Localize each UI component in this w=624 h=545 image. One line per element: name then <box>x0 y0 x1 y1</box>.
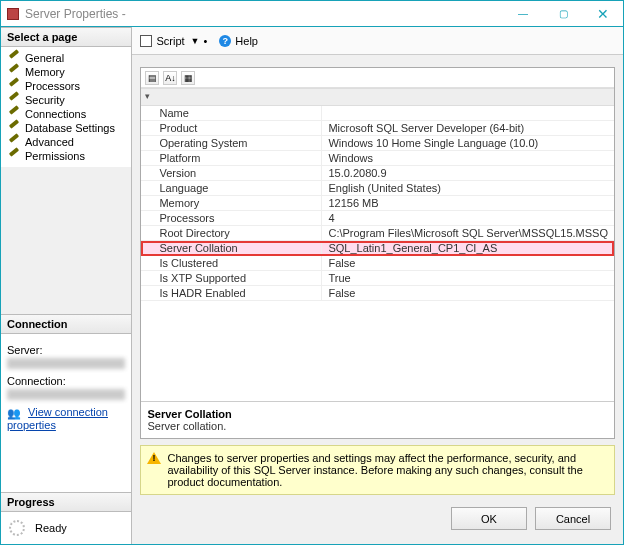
toolbar-separator: • <box>203 35 207 47</box>
property-value: Microsoft SQL Server Developer (64-bit) <box>321 121 614 135</box>
property-value: C:\Program Files\Microsoft SQL Server\MS… <box>321 226 614 240</box>
ok-button[interactable]: OK <box>451 507 527 530</box>
nav-item-processors[interactable]: Processors <box>5 79 127 93</box>
property-row[interactable]: Is HADR EnabledFalse <box>141 286 614 301</box>
maximize-button[interactable]: ▢ <box>543 1 583 27</box>
connection-value <box>7 389 125 400</box>
property-row[interactable]: Is ClusteredFalse <box>141 256 614 271</box>
property-value: Windows <box>321 151 614 165</box>
view-connection-properties-link[interactable]: View connection properties <box>7 406 108 431</box>
description-pane: Server Collation Server collation. <box>141 401 614 438</box>
script-icon <box>140 35 152 47</box>
property-key: Language <box>141 181 321 195</box>
property-key: Processors <box>141 211 321 225</box>
property-key: Is Clustered <box>141 256 321 270</box>
app-icon <box>7 8 19 20</box>
help-icon: ? <box>219 35 231 47</box>
server-label: Server: <box>7 344 125 356</box>
property-key: Root Directory <box>141 226 321 240</box>
connection-header: Connection <box>1 314 131 334</box>
property-grid[interactable]: NameProductMicrosoft SQL Server Develope… <box>141 88 614 401</box>
nav-item-label: Advanced <box>25 136 74 148</box>
property-value: 15.0.2080.9 <box>321 166 614 180</box>
title-bar: Server Properties - — ▢ ✕ <box>1 1 623 27</box>
property-row[interactable]: Processors4 <box>141 211 614 226</box>
property-value <box>321 106 614 120</box>
toolbar: Script ▼ • ? Help <box>132 27 623 55</box>
property-row[interactable]: Version15.0.2080.9 <box>141 166 614 181</box>
progress-status: Ready <box>35 522 67 534</box>
property-key: Platform <box>141 151 321 165</box>
property-key: Server Collation <box>141 241 321 255</box>
property-value: False <box>321 256 614 270</box>
wrench-icon <box>9 122 21 134</box>
wrench-icon <box>9 136 21 148</box>
property-row[interactable]: Is XTP SupportedTrue <box>141 271 614 286</box>
property-row[interactable]: Server CollationSQL_Latin1_General_CP1_C… <box>141 241 614 256</box>
nav-item-label: General <box>25 52 64 64</box>
property-category[interactable] <box>141 88 614 106</box>
nav-item-security[interactable]: Security <box>5 93 127 107</box>
server-value <box>7 358 125 369</box>
minimize-button[interactable]: — <box>503 1 543 27</box>
script-button[interactable]: Script <box>156 35 184 47</box>
nav-item-advanced[interactable]: Advanced <box>5 135 127 149</box>
nav-item-label: Database Settings <box>25 122 115 134</box>
wrench-icon <box>9 150 21 162</box>
categorized-button[interactable]: ▤ <box>145 71 159 85</box>
property-key: Product <box>141 121 321 135</box>
wrench-icon <box>9 66 21 78</box>
nav-item-permissions[interactable]: Permissions <box>5 149 127 163</box>
connection-label: Connection: <box>7 375 125 387</box>
select-page-header: Select a page <box>1 27 131 47</box>
property-key: Name <box>141 106 321 120</box>
property-value: English (United States) <box>321 181 614 195</box>
property-grid-toolbar: ▤ A↓ ▦ <box>141 68 614 88</box>
nav-item-general[interactable]: General <box>5 51 127 65</box>
nav-list: GeneralMemoryProcessorsSecurityConnectio… <box>5 51 127 163</box>
property-row[interactable]: Root DirectoryC:\Program Files\Microsoft… <box>141 226 614 241</box>
warning-text: Changes to server properties and setting… <box>167 452 582 488</box>
description-name: Server Collation <box>147 408 608 420</box>
warning-icon <box>147 452 161 466</box>
script-dropdown-icon[interactable]: ▼ <box>191 36 200 46</box>
prop-pages-button[interactable]: ▦ <box>181 71 195 85</box>
property-value: 12156 MB <box>321 196 614 210</box>
property-value: Windows 10 Home Single Language (10.0) <box>321 136 614 150</box>
help-button[interactable]: Help <box>235 35 258 47</box>
property-row[interactable]: PlatformWindows <box>141 151 614 166</box>
property-key: Operating System <box>141 136 321 150</box>
property-row[interactable]: ProductMicrosoft SQL Server Developer (6… <box>141 121 614 136</box>
property-key: Is HADR Enabled <box>141 286 321 300</box>
nav-item-connections[interactable]: Connections <box>5 107 127 121</box>
nav-item-label: Memory <box>25 66 65 78</box>
close-button[interactable]: ✕ <box>583 1 623 27</box>
cancel-button[interactable]: Cancel <box>535 507 611 530</box>
property-row[interactable]: LanguageEnglish (United States) <box>141 181 614 196</box>
users-icon <box>7 407 21 419</box>
nav-item-database-settings[interactable]: Database Settings <box>5 121 127 135</box>
nav-item-label: Connections <box>25 108 86 120</box>
property-key: Version <box>141 166 321 180</box>
property-row[interactable]: Operating SystemWindows 10 Home Single L… <box>141 136 614 151</box>
warning-box: Changes to server properties and setting… <box>140 445 615 495</box>
wrench-icon <box>9 52 21 64</box>
window-title: Server Properties - <box>25 7 503 21</box>
nav-item-label: Permissions <box>25 150 85 162</box>
property-value: SQL_Latin1_General_CP1_CI_AS <box>321 241 614 255</box>
progress-spinner-icon <box>9 520 25 536</box>
property-row[interactable]: Name <box>141 106 614 121</box>
property-value: True <box>321 271 614 285</box>
wrench-icon <box>9 80 21 92</box>
property-value: False <box>321 286 614 300</box>
wrench-icon <box>9 108 21 120</box>
nav-item-label: Processors <box>25 80 80 92</box>
property-key: Memory <box>141 196 321 210</box>
nav-item-memory[interactable]: Memory <box>5 65 127 79</box>
property-row[interactable]: Memory12156 MB <box>141 196 614 211</box>
alphabetical-button[interactable]: A↓ <box>163 71 177 85</box>
description-value: Server collation. <box>147 420 608 432</box>
property-value: 4 <box>321 211 614 225</box>
progress-header: Progress <box>1 492 131 512</box>
nav-item-label: Security <box>25 94 65 106</box>
